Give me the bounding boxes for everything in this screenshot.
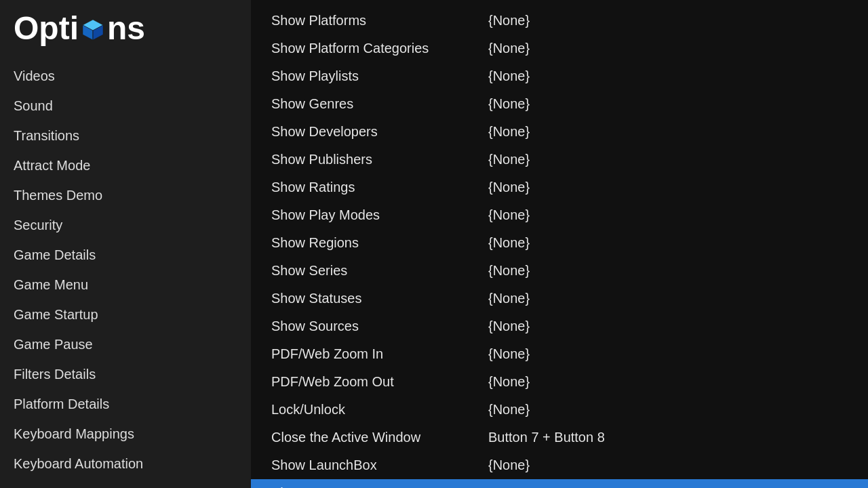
logo-text-part2: ns — [107, 12, 145, 45]
mapping-row[interactable]: Show Developers{None} — [251, 118, 868, 146]
mapping-row[interactable]: Show Genres{None} — [251, 90, 868, 118]
mapping-value: {None} — [488, 319, 848, 334]
mapping-value: {None} — [488, 152, 848, 167]
mapping-row[interactable]: Show Play Modes{None} — [251, 201, 868, 229]
sidebar-item-themes-demo[interactable]: Themes Demo — [0, 180, 251, 210]
mapping-row[interactable]: Show Platforms{None} — [251, 7, 868, 35]
main-content: Show Platforms{None}Show Platform Catego… — [251, 0, 868, 488]
sidebar-item-game-pause[interactable]: Game Pause — [0, 329, 251, 359]
mapping-label: Show LaunchBox — [271, 458, 488, 473]
mapping-value: {None} — [488, 291, 848, 306]
mapping-row[interactable]: Show Platform Categories{None} — [251, 35, 868, 62]
mapping-row[interactable]: Show Publishers{None} — [251, 146, 868, 174]
mapping-value: {None} — [488, 13, 848, 28]
mapping-row[interactable]: Show Pause ScreenButton 6 + Button 9 — [251, 479, 868, 488]
sidebar-item-game-startup[interactable]: Game Startup — [0, 300, 251, 329]
sidebar-item-attract-mode[interactable]: Attract Mode — [0, 150, 251, 180]
logo-text-part1: Opti — [14, 12, 79, 45]
mapping-label: Show Platforms — [271, 13, 488, 28]
sidebar: Opti ns VideosSoundTransitionsAttract Mo… — [0, 0, 251, 488]
mapping-label: Show Genres — [271, 96, 488, 112]
sidebar-item-sound[interactable]: Sound — [0, 91, 251, 121]
mapping-label: Show Ratings — [271, 180, 488, 195]
mapping-row[interactable]: Show LaunchBox{None} — [251, 451, 868, 479]
mapping-value: {None} — [488, 402, 848, 418]
mapping-value: Button 6 + Button 9 — [488, 485, 848, 488]
sidebar-item-keyboard-automation[interactable]: Keyboard Automation — [0, 449, 251, 479]
mapping-label: Show Platform Categories — [271, 41, 488, 56]
mapping-label: Show Playlists — [271, 68, 488, 84]
mapping-label: Show Regions — [271, 235, 488, 251]
mapping-value: {None} — [488, 68, 848, 84]
mapping-row[interactable]: Lock/Unlock{None} — [251, 396, 868, 424]
mapping-label: Show Sources — [271, 319, 488, 334]
mapping-row[interactable]: Show Statuses{None} — [251, 285, 868, 312]
mapping-label: Show Developers — [271, 124, 488, 140]
mapping-value: Button 7 + Button 8 — [488, 430, 848, 445]
mapping-row[interactable]: Show Series{None} — [251, 257, 868, 285]
mapping-label: PDF/Web Zoom Out — [271, 374, 488, 390]
mapping-value: {None} — [488, 263, 848, 279]
sidebar-item-filters-details[interactable]: Filters Details — [0, 359, 251, 389]
sidebar-item-platform-details[interactable]: Platform Details — [0, 389, 251, 419]
mapping-row[interactable]: Show Sources{None} — [251, 312, 868, 340]
sidebar-item-game-details[interactable]: Game Details — [0, 240, 251, 270]
mapping-row[interactable]: Show Playlists{None} — [251, 62, 868, 90]
mapping-label: Close the Active Window — [271, 430, 488, 445]
mapping-value: {None} — [488, 235, 848, 251]
mapping-label: Show Play Modes — [271, 207, 488, 223]
mapping-row[interactable]: PDF/Web Zoom In{None} — [251, 340, 868, 368]
mapping-row[interactable]: Show Ratings{None} — [251, 174, 868, 201]
mapping-value: {None} — [488, 96, 848, 112]
logo-title: Opti ns — [14, 12, 237, 45]
mapping-row[interactable]: Close the Active WindowButton 7 + Button… — [251, 424, 868, 451]
sidebar-item-keyboard-mappings[interactable]: Keyboard Mappings — [0, 419, 251, 449]
sidebar-nav: VideosSoundTransitionsAttract ModeThemes… — [0, 61, 251, 488]
mapping-label: PDF/Web Zoom In — [271, 346, 488, 362]
sidebar-item-game-menu[interactable]: Game Menu — [0, 270, 251, 300]
mapping-value: {None} — [488, 207, 848, 223]
mapping-value: {None} — [488, 180, 848, 195]
mapping-label: Show Statuses — [271, 291, 488, 306]
mapping-value: {None} — [488, 346, 848, 362]
mapping-value: {None} — [488, 374, 848, 390]
mapping-row[interactable]: Show Regions{None} — [251, 229, 868, 257]
mapping-label: Show Publishers — [271, 152, 488, 167]
sidebar-item-security[interactable]: Security — [0, 210, 251, 240]
mapping-row[interactable]: PDF/Web Zoom Out{None} — [251, 368, 868, 396]
mapping-value: {None} — [488, 458, 848, 473]
mapping-value: {None} — [488, 41, 848, 56]
logo-area: Opti ns — [0, 0, 251, 61]
sidebar-item-transitions[interactable]: Transitions — [0, 121, 251, 150]
sidebar-item-controller[interactable]: Controller — [0, 479, 251, 488]
mapping-value: {None} — [488, 124, 848, 140]
mapping-label: Show Pause Screen — [271, 485, 488, 488]
sidebar-item-videos[interactable]: Videos — [0, 61, 251, 91]
logo-cube-icon — [80, 17, 106, 43]
mapping-label: Lock/Unlock — [271, 402, 488, 418]
mapping-label: Show Series — [271, 263, 488, 279]
